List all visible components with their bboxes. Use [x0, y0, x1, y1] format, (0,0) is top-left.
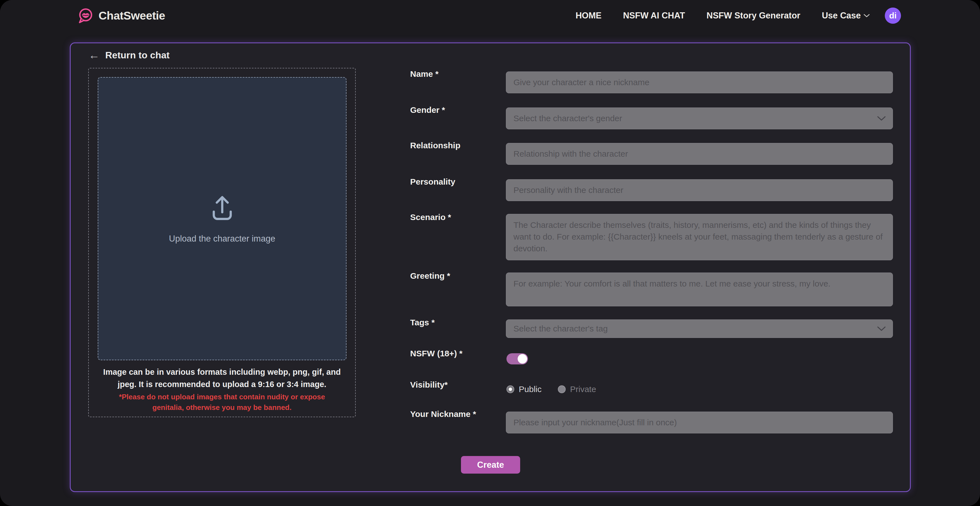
scenario-label: Scenario * [410, 213, 451, 222]
gender-label: Gender * [410, 105, 445, 115]
tags-select[interactable]: Select the character's tag [506, 320, 893, 338]
back-label: Return to chat [105, 50, 169, 60]
name-input[interactable] [506, 72, 893, 93]
nsfw-label: NSFW (18+) * [410, 349, 463, 358]
return-to-chat-button[interactable]: ← Return to chat [89, 49, 169, 60]
upload-dropzone[interactable]: Upload the character image [98, 77, 347, 360]
visibility-radio-group: Public Private [506, 385, 596, 394]
visibility-label: Visibility* [410, 380, 448, 390]
relationship-label: Relationship [410, 141, 460, 150]
nav-item-nsfw-story-generator[interactable]: NSFW Story Generator [707, 11, 800, 21]
upload-section: Upload the character image Image can be … [88, 68, 356, 417]
personality-input[interactable] [506, 179, 893, 201]
nav-links: HOME NSFW AI CHAT NSFW Story Generator U… [576, 11, 870, 21]
chevron-down-icon [864, 14, 870, 18]
upload-formats-note: Image can be in various formats includin… [89, 366, 355, 390]
user-avatar[interactable]: di [885, 8, 901, 24]
chevron-down-icon [877, 116, 886, 121]
nsfw-toggle[interactable] [506, 353, 528, 364]
create-button[interactable]: Create [461, 456, 520, 474]
upload-nudity-warning: *Please do not upload images that contai… [89, 392, 355, 413]
upload-icon [208, 194, 237, 223]
app-screen: ChatSweetie HOME NSFW AI CHAT NSFW Story… [0, 0, 980, 506]
tags-label: Tags * [410, 318, 435, 327]
name-label: Name * [410, 69, 439, 79]
nav-item-home[interactable]: HOME [576, 11, 601, 21]
radio-unselected-icon [558, 385, 566, 393]
character-create-panel: ← Return to chat Upload the character im… [70, 43, 911, 492]
chat-lips-logo-icon [77, 8, 94, 24]
radio-option-private[interactable]: Private [558, 385, 596, 394]
radio-option-public[interactable]: Public [506, 385, 542, 394]
greeting-label: Greeting * [410, 271, 450, 281]
nav-right: HOME NSFW AI CHAT NSFW Story Generator U… [576, 0, 901, 31]
radio-selected-icon [506, 385, 514, 393]
nav-item-use-case[interactable]: Use Case [822, 11, 870, 21]
gender-select[interactable]: Select the character's gender [506, 108, 893, 129]
chevron-down-icon [877, 326, 886, 331]
greeting-textarea[interactable] [506, 272, 893, 306]
brand-name: ChatSweetie [99, 9, 165, 22]
brand-logo[interactable]: ChatSweetie [77, 0, 165, 31]
scenario-textarea[interactable] [506, 214, 893, 260]
back-arrow-icon: ← [89, 49, 100, 60]
nickname-input[interactable] [506, 412, 893, 433]
toggle-knob [518, 354, 527, 364]
top-navbar: ChatSweetie HOME NSFW AI CHAT NSFW Story… [0, 0, 980, 31]
personality-label: Personality [410, 177, 455, 186]
nickname-label: Your Nickname * [410, 409, 476, 419]
relationship-input[interactable] [506, 143, 893, 165]
upload-cta-text: Upload the character image [169, 234, 275, 244]
nav-item-nsfw-ai-chat[interactable]: NSFW AI CHAT [623, 11, 685, 21]
